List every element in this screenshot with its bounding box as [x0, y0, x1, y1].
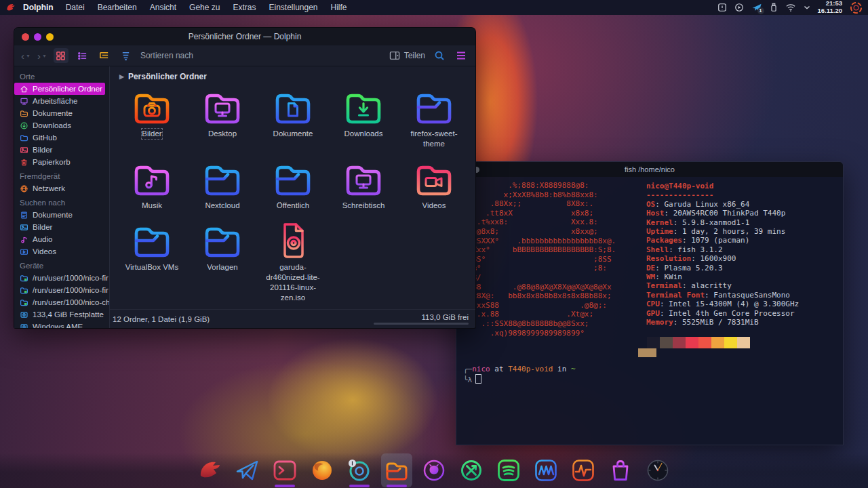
- sidebar-item-videos[interactable]: Videos: [14, 245, 109, 258]
- dock-item-garuda-launcher[interactable]: [195, 453, 226, 487]
- palette-swatch: [647, 337, 660, 348]
- dock-item-app-store-bag[interactable]: [605, 453, 636, 487]
- folder-icon: [200, 87, 245, 127]
- terminal-titlebar[interactable]: fish /home/nico: [456, 162, 843, 177]
- terminal-palette-row2: [638, 348, 656, 357]
- terminal-cursor: [475, 374, 481, 384]
- sidebar-item-bilder[interactable]: Bilder: [14, 221, 109, 233]
- details-view-button[interactable]: [97, 48, 112, 63]
- documents-icon: [20, 109, 28, 118]
- dock-item-github[interactable]: [418, 453, 450, 487]
- file-desktop[interactable]: Desktop: [187, 87, 258, 149]
- file-grid: BilderDesktopDokumenteDownloadsfirefox-s…: [110, 83, 475, 303]
- minimize-button[interactable]: [34, 33, 41, 41]
- folder-icon: [412, 87, 456, 127]
- menu-einstellungen[interactable]: Einstellungen: [269, 3, 317, 12]
- sidebar-item-run-user-1000-nico-fir[interactable]: /run/user/1000/nico-fir: [14, 272, 109, 284]
- tray-expander-icon[interactable]: [804, 5, 810, 10]
- file-schreibtisch[interactable]: Schreibtisch: [328, 159, 399, 211]
- menubar-items: DateiBearbeitenAnsichtGehe zuExtrasEinst…: [66, 3, 347, 12]
- sidebar-item-papierkorb[interactable]: Papierkorb: [14, 156, 109, 168]
- digital-clock[interactable]: 21:53 16.11.20: [818, 0, 842, 14]
- items-summary: 12 Ordner, 1 Datei (1,9 GiB): [113, 315, 210, 323]
- terminal-icon: [271, 457, 298, 484]
- window-buttons: [22, 28, 54, 45]
- menu-ansicht[interactable]: Ansicht: [150, 3, 176, 12]
- sidebar-item-run-user-1000-nico-fir[interactable]: /run/user/1000/nico-fir: [14, 284, 109, 296]
- sort-icon[interactable]: [119, 48, 134, 63]
- telegram-tray-icon[interactable]: 1: [751, 3, 762, 12]
- dock-item-game-arrows[interactable]: [456, 453, 487, 487]
- menu-datei[interactable]: Datei: [66, 3, 85, 12]
- forward-button[interactable]: ›▼: [37, 51, 47, 61]
- wifi-icon[interactable]: [785, 3, 796, 12]
- menu-extras[interactable]: Extras: [233, 3, 256, 12]
- dock-item-system-monitor[interactable]: [568, 453, 599, 487]
- sidebar-section-geräte: Geräte: [14, 258, 109, 272]
- file-garuda-dr460nized-lite-201116-linux-zen-iso[interactable]: garuda-dr460nized-lite-201116-linux-zen.…: [258, 220, 328, 303]
- image-icon: [20, 146, 28, 155]
- back-button[interactable]: ‹▼: [21, 51, 31, 61]
- file-musik[interactable]: Musik: [117, 159, 187, 211]
- icons-view-button[interactable]: [54, 48, 68, 63]
- maximize-button[interactable]: [46, 33, 54, 41]
- free-space-bar: [374, 323, 469, 325]
- sidebar-item-dokumente[interactable]: Dokumente: [14, 209, 109, 221]
- file-dokumente[interactable]: Dokumente: [258, 87, 328, 149]
- file-vorlagen[interactable]: Vorlagen: [187, 220, 258, 303]
- usb-device-icon[interactable]: [770, 3, 778, 12]
- dock-item-dolphin-folder[interactable]: [381, 453, 412, 487]
- file-label: VirtualBox VMs: [125, 262, 178, 272]
- sidebar-item-arbeitsfläche[interactable]: Arbeitsfläche: [14, 95, 109, 107]
- prompt-path: ~: [571, 365, 576, 373]
- garuda-assistant-icon[interactable]: [850, 1, 863, 14]
- menu-hilfe[interactable]: Hilfe: [331, 3, 347, 12]
- hamburger-menu-icon[interactable]: [454, 48, 469, 63]
- neofetch-info: nico@T440p-void---------------OS: Garuda…: [646, 182, 799, 327]
- file-öffentlich[interactable]: Öffentlich: [258, 159, 328, 211]
- notification-icon[interactable]: [717, 3, 727, 12]
- file-bilder[interactable]: Bilder: [117, 87, 187, 149]
- dock-item-chromium[interactable]: [344, 453, 375, 487]
- menu-bearbeiten[interactable]: Bearbeiten: [98, 3, 137, 12]
- search-icon[interactable]: [432, 48, 447, 63]
- media-player-icon[interactable]: [734, 3, 744, 12]
- sidebar-item-windows-ame[interactable]: Windows AME: [14, 321, 109, 328]
- partition-icon: [20, 298, 28, 307]
- compact-view-button[interactable]: [75, 48, 90, 63]
- dock-item-audio-wave[interactable]: [530, 453, 561, 487]
- dock-item-terminal[interactable]: [269, 453, 300, 487]
- sidebar-item-dokumente[interactable]: Dokumente: [14, 107, 109, 119]
- sidebar-item-github[interactable]: GitHub: [14, 131, 109, 144]
- dock-item-telegram[interactable]: [232, 453, 263, 487]
- telegram-badge: 1: [757, 7, 764, 14]
- free-space: 113,0 GiB frei: [372, 313, 469, 325]
- sidebar-item-downloads[interactable]: Downloads: [14, 119, 109, 131]
- file-downloads[interactable]: Downloads: [328, 87, 399, 149]
- palette-swatch: [638, 348, 656, 357]
- file-firefox-sweet-theme[interactable]: firefox-sweet-theme: [399, 87, 469, 149]
- garuda-logo-icon[interactable]: [5, 2, 16, 13]
- sort-by-label[interactable]: Sortieren nach: [140, 51, 193, 60]
- split-view-button[interactable]: Teilen: [389, 51, 425, 60]
- breadcrumb[interactable]: ▶ Persönlicher Ordner: [110, 66, 475, 83]
- music-note-icon: [20, 235, 28, 244]
- sidebar-item-netzwerk[interactable]: Netzwerk: [14, 182, 109, 195]
- sidebar-item-persönlicher-ordner[interactable]: Persönlicher Ordner: [14, 83, 105, 95]
- garuda-launcher-icon: [197, 457, 224, 484]
- menu-gehe-zu[interactable]: Gehe zu: [189, 3, 220, 12]
- file-nextcloud[interactable]: Nextcloud: [187, 159, 258, 211]
- dock-item-clock-widget[interactable]: [642, 453, 673, 487]
- dock-item-spotify[interactable]: [493, 453, 524, 487]
- sidebar-item-bilder[interactable]: Bilder: [14, 144, 109, 156]
- terminal-content[interactable]: .%;888:X8889888@8: x;XxXB%8b8:b8%b88xx8:…: [456, 177, 843, 445]
- sidebar-item-audio[interactable]: Audio: [14, 233, 109, 245]
- dolphin-titlebar[interactable]: Persönlicher Ordner — Dolphin: [14, 28, 475, 45]
- global-menubar: Dolphin DateiBearbeitenAnsichtGehe zuExt…: [0, 0, 868, 15]
- sidebar-item-133-4-gib-festplatte[interactable]: 133,4 GiB Festplatte: [14, 308, 109, 321]
- close-button[interactable]: [22, 33, 29, 41]
- file-virtualbox-vms[interactable]: VirtualBox VMs: [117, 220, 187, 303]
- dock-item-firefox[interactable]: [307, 453, 338, 487]
- file-videos[interactable]: Videos: [399, 159, 469, 211]
- sidebar-item-run-user-1000-nico-ch[interactable]: /run/user/1000/nico-ch: [14, 296, 109, 308]
